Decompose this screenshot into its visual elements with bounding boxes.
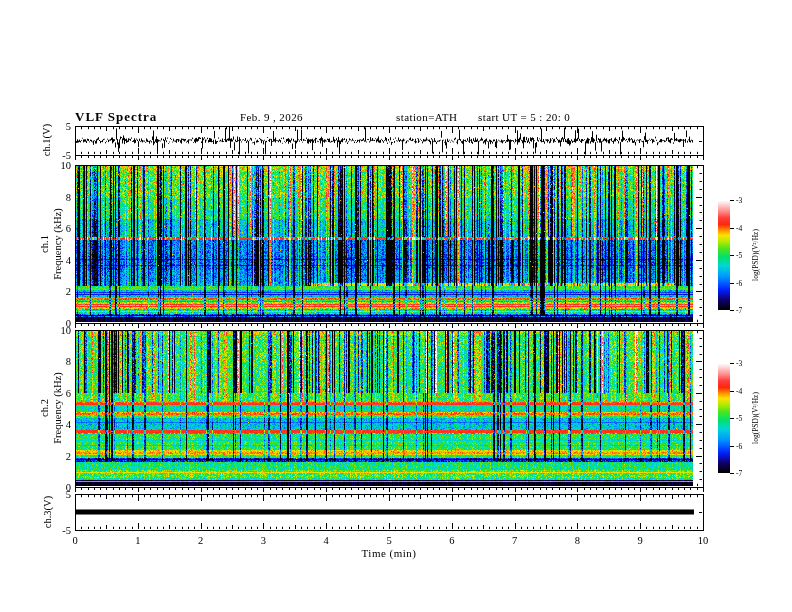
time-axis-label: Time (min) (361, 547, 416, 559)
spec1-channel-label: ch.1 (39, 235, 50, 253)
y-tick-label: 5 (41, 121, 71, 132)
colorbar-tick-label: -4 (736, 223, 742, 232)
x-tick-label: 9 (625, 535, 655, 546)
spec2-channel-label: ch.2 (39, 399, 50, 417)
y-tick-label: 8 (41, 191, 71, 202)
vlf-spectra-figure: VLF Spectra Feb. 9 , 2026 station=ATH st… (0, 0, 792, 612)
x-tick-label: 4 (311, 535, 341, 546)
colorbar-tick-label: -7 (736, 306, 742, 315)
y-tick-label: 8 (41, 356, 71, 367)
y-tick-label: 2 (41, 286, 71, 297)
y-tick-label: 6 (41, 223, 71, 234)
y-tick-label: -5 (41, 525, 71, 536)
x-tick-label: 8 (562, 535, 592, 546)
y-tick-label: 2 (41, 450, 71, 461)
x-tick-label: 2 (186, 535, 216, 546)
ch2-spectrogram-canvas (76, 331, 693, 486)
x-tick-label: 6 (437, 535, 467, 546)
colorbar-tick-label: -6 (736, 441, 742, 450)
y-tick-label: 6 (41, 387, 71, 398)
y-tick-label: 10 (41, 325, 71, 336)
colorbar-tick-label: -3 (736, 359, 742, 368)
y-tick-label: 4 (41, 419, 71, 430)
ch3v-axis-label: ch.3(V) (42, 496, 53, 528)
x-tick-label: 3 (248, 535, 278, 546)
colorbar-tick-label: -6 (736, 278, 742, 287)
x-tick-label: 7 (500, 535, 530, 546)
x-tick-label: 1 (123, 535, 153, 546)
colorbar2-label: log(PSD)(V²/Hz) (751, 392, 760, 444)
plot-title: VLF Spectra (75, 109, 157, 125)
colorbar-tick-label: -4 (736, 386, 742, 395)
y-tick-label: 10 (41, 160, 71, 171)
colorbar-tick-label: -5 (736, 414, 742, 423)
colorbar-tick-label: -5 (736, 251, 742, 260)
colorbar-tick-label: -3 (736, 196, 742, 205)
spec2-frequency-axis-label: Frequency (kHz) (52, 372, 63, 443)
spec1-frequency-axis-label: Frequency (kHz) (52, 208, 63, 279)
colorbar-tick-label: -7 (736, 469, 742, 478)
date-label: Feb. 9 , 2026 (240, 111, 303, 123)
x-tick-label: 10 (688, 535, 718, 546)
x-tick-label: 0 (60, 535, 90, 546)
start-ut-label: start UT = 5 : 20: 0 (478, 111, 570, 123)
ch1-spectrogram-canvas (76, 166, 693, 322)
station-label: station=ATH (396, 111, 457, 123)
y-tick-label: 4 (41, 254, 71, 265)
x-tick-label: 5 (374, 535, 404, 546)
colorbar1-label: log(PSD)(V²/Hz) (751, 229, 760, 281)
y-tick-label: 5 (41, 489, 71, 500)
